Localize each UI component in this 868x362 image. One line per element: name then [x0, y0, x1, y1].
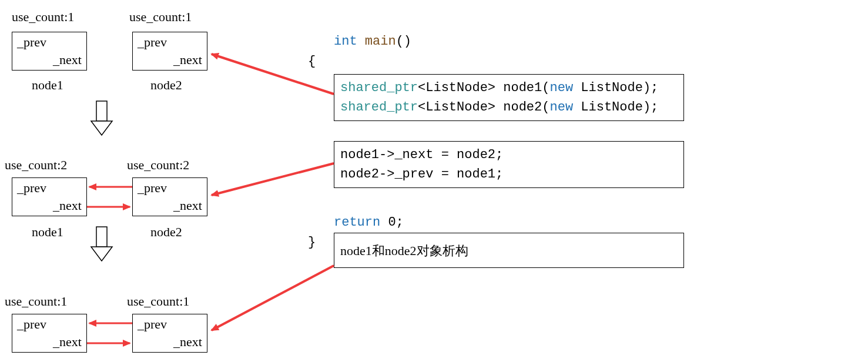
code-line-2: shared_ptr<ListNode> node2(new ListNode)… — [340, 98, 678, 117]
stage1-node1-prev: _prev — [17, 35, 46, 50]
code-block-3: node1和node2对象析构 — [334, 233, 684, 268]
svg-rect-1 — [96, 227, 107, 247]
code-txt-1c: node1( — [495, 81, 549, 95]
code-kw-new-1: new — [549, 81, 573, 95]
stage2-node2-box: _prev _next — [132, 177, 207, 216]
code-kw-int: int — [334, 34, 357, 49]
code-ret-b: 0; — [380, 215, 404, 230]
code-tyarg-1: <ListNode> — [418, 81, 495, 95]
stage3-node2-prev: _prev — [138, 317, 167, 332]
code-destruct-text: node1和node2对象析构 — [340, 241, 468, 260]
code-brace-close: } — [308, 233, 316, 252]
stage1-node1-next: _next — [53, 52, 82, 68]
code-line-1: shared_ptr<ListNode> node1(new ListNode)… — [340, 78, 678, 98]
stage3-node2-box: _prev _next — [132, 314, 207, 353]
arrow-code2-to-stage2-icon — [212, 163, 334, 195]
stage2-node2-prev: _prev — [138, 180, 167, 196]
stage1-node2-prev: _prev — [138, 35, 167, 50]
code-txt-2e: ListNode); — [573, 100, 658, 115]
code-tyarg-2: <ListNode> — [418, 100, 495, 115]
code-txt-1e: ListNode); — [573, 81, 658, 95]
code-ty-1: shared_ptr — [340, 81, 418, 95]
code-ty-2: shared_ptr — [340, 100, 418, 115]
stage2-node1-next: _next — [53, 198, 82, 213]
code-kw-new-2: new — [549, 100, 573, 115]
stage1-node1-box: _prev _next — [12, 32, 87, 71]
code-line-3: node1->_next = node2; — [340, 145, 678, 165]
stage2-node2-next: _next — [173, 198, 202, 213]
stage2-node2-name: node2 — [150, 224, 182, 240]
stage3-node1-count: use_count:1 — [5, 294, 67, 309]
code-block-1: shared_ptr<ListNode> node1(new ListNode)… — [334, 74, 684, 121]
stage1-node2-box: _prev _next — [132, 32, 207, 71]
stage3-node2-count: use_count:1 — [127, 294, 189, 309]
stage3-node1-prev: _prev — [17, 317, 46, 332]
code-block-2: node1->_next = node2; node2->_prev = nod… — [334, 141, 684, 188]
stage3-node1-box: _prev _next — [12, 314, 87, 353]
arrow-code3-to-stage3-icon — [212, 266, 334, 330]
stage1-node1-count: use_count:1 — [12, 9, 74, 25]
stage2-node2-count: use_count:2 — [127, 157, 189, 173]
code-paren: () — [396, 34, 411, 49]
stage1-node2-name: node2 — [150, 78, 182, 93]
code-line-4: node2->_prev = node1; — [340, 165, 678, 184]
stage2-node1-box: _prev _next — [12, 177, 87, 216]
down-arrow-1-icon — [91, 101, 112, 135]
stage2-node1-prev: _prev — [17, 180, 46, 196]
stage1-node1-name: node1 — [32, 78, 63, 93]
svg-rect-0 — [96, 101, 107, 121]
stage1-node2-next: _next — [173, 52, 202, 68]
down-arrow-2-icon — [91, 227, 112, 261]
code-txt-2c: node2( — [495, 100, 549, 115]
stage1-node2-count: use_count:1 — [129, 9, 192, 25]
code-signature: int main() — [334, 32, 411, 51]
stage2-node1-name: node1 — [32, 224, 63, 240]
code-fn-main: main — [365, 34, 396, 49]
code-brace-open: { — [308, 52, 316, 71]
stage3-node1-next: _next — [53, 334, 82, 350]
code-kw-return: return — [334, 215, 380, 230]
code-return: return 0; — [334, 213, 404, 232]
stage3-node2-next: _next — [173, 334, 202, 350]
stage2-node1-count: use_count:2 — [5, 157, 67, 173]
